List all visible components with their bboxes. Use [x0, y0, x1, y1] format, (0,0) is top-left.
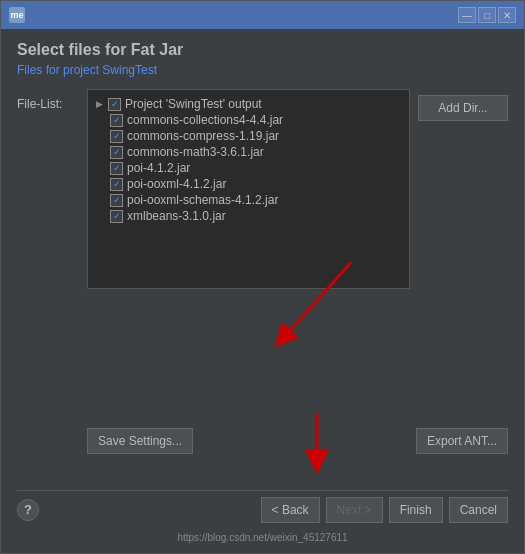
export-ant-button[interactable]: Export ANT...: [416, 428, 508, 454]
main-window: me — □ ✕ Select files for Fat Jar Files …: [0, 0, 525, 554]
checkbox-4[interactable]: [110, 146, 123, 159]
list-item: commons-collections4-4.4.jar: [94, 112, 403, 128]
back-button[interactable]: < Back: [261, 497, 320, 523]
content-area: Select files for Fat Jar Files for proje…: [1, 29, 524, 553]
file-name-3: commons-compress-1.19.jar: [127, 129, 279, 143]
window-controls: — □ ✕: [458, 7, 516, 23]
list-item: poi-ooxml-schemas-4.1.2.jar: [94, 192, 403, 208]
maximize-button[interactable]: □: [478, 7, 496, 23]
checkbox-7[interactable]: [110, 194, 123, 207]
bottom-file-buttons: Save Settings... Export ANT...: [87, 428, 508, 454]
file-name-7: poi-ooxml-schemas-4.1.2.jar: [127, 193, 278, 207]
file-name-6: poi-ooxml-4.1.2.jar: [127, 177, 226, 191]
finish-button[interactable]: Finish: [389, 497, 443, 523]
file-list-container[interactable]: ▶ Project 'SwingTest' output commons-col…: [87, 89, 410, 289]
cancel-button[interactable]: Cancel: [449, 497, 508, 523]
page-title: Select files for Fat Jar: [17, 41, 508, 59]
add-dir-button[interactable]: Add Dir...: [418, 95, 508, 121]
checkbox-1[interactable]: [108, 98, 121, 111]
save-settings-button[interactable]: Save Settings...: [87, 428, 193, 454]
checkbox-6[interactable]: [110, 178, 123, 191]
footer: ? < Back Next > Finish Cancel: [17, 490, 508, 530]
app-icon: me: [9, 7, 25, 23]
list-item: xmlbeans-3.1.0.jar: [94, 208, 403, 224]
checkbox-8[interactable]: [110, 210, 123, 223]
title-bar-left: me: [9, 7, 25, 23]
list-item: commons-math3-3.6.1.jar: [94, 144, 403, 160]
file-list-label: File-List:: [17, 89, 77, 454]
footer-left: ?: [17, 499, 39, 521]
file-name-8: xmlbeans-3.1.0.jar: [127, 209, 226, 223]
list-item: commons-compress-1.19.jar: [94, 128, 403, 144]
checkbox-2[interactable]: [110, 114, 123, 127]
list-item: poi-ooxml-4.1.2.jar: [94, 176, 403, 192]
file-name-2: commons-collections4-4.4.jar: [127, 113, 283, 127]
list-item: ▶ Project 'SwingTest' output: [94, 96, 403, 112]
project-subtitle: Files for project SwingTest: [17, 63, 508, 77]
file-name-5: poi-4.1.2.jar: [127, 161, 190, 175]
file-list-wrapper: ▶ Project 'SwingTest' output commons-col…: [87, 89, 410, 416]
checkbox-5[interactable]: [110, 162, 123, 175]
help-button[interactable]: ?: [17, 499, 39, 521]
close-button[interactable]: ✕: [498, 7, 516, 23]
minimize-button[interactable]: —: [458, 7, 476, 23]
nav-buttons: < Back Next > Finish Cancel: [261, 497, 508, 523]
file-list-row: File-List: ▶ Project 'SwingTest' output: [17, 89, 508, 454]
right-buttons: Add Dir...: [418, 89, 508, 416]
file-name-4: commons-math3-3.6.1.jar: [127, 145, 264, 159]
file-name-1: Project 'SwingTest' output: [125, 97, 262, 111]
url-bar: https://blog.csdn.net/weixin_45127611: [17, 530, 508, 545]
list-item: poi-4.1.2.jar: [94, 160, 403, 176]
checkbox-3[interactable]: [110, 130, 123, 143]
next-button[interactable]: Next >: [326, 497, 383, 523]
title-bar: me — □ ✕: [1, 1, 524, 29]
expand-icon: ▶: [94, 99, 104, 109]
